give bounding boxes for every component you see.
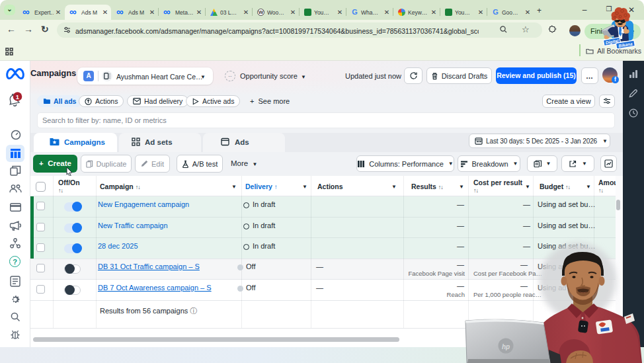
svg-text:hp: hp: [502, 343, 510, 350]
